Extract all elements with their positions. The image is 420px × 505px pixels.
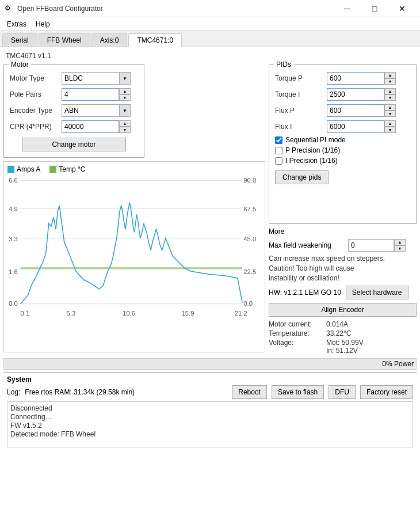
- pids-group: PIDs Torque P ▲ ▼ Torque I: [269, 64, 417, 224]
- log-line-4: Detected mode: FFB Wheel: [10, 430, 410, 438]
- hw-row: HW: v1.2.1 LEM GO 10 Select hardware: [269, 286, 417, 299]
- motor-type-select-wrapper: BLDC DC Stepper ▼: [62, 72, 131, 85]
- menu-extras[interactable]: Extras: [2, 19, 31, 29]
- motor-current-value: 0.014A: [326, 320, 348, 328]
- tab-bar: Serial FFB Wheel Axis:0 TMC4671:0: [0, 31, 420, 47]
- flux-p-input[interactable]: [327, 104, 384, 117]
- log-line-1: Disconnected: [10, 404, 410, 412]
- left-panel: Motor Motor Type BLDC DC Stepper ▼ Pole …: [3, 64, 265, 356]
- torque-i-up-button[interactable]: ▲: [384, 88, 396, 94]
- flux-i-up-button[interactable]: ▲: [384, 120, 396, 127]
- pole-pairs-row: Pole Pairs ▲ ▼: [10, 88, 138, 101]
- motor-type-select[interactable]: BLDC DC Stepper: [62, 72, 131, 85]
- torque-i-down-button[interactable]: ▼: [384, 94, 396, 101]
- max-field-down-button[interactable]: ▼: [394, 245, 406, 252]
- max-field-up-button[interactable]: ▲: [394, 239, 406, 245]
- change-pids-button[interactable]: Change pids: [275, 170, 329, 184]
- more-title: More: [269, 227, 417, 236]
- max-field-row: Max field weakening ▲ ▼: [269, 239, 417, 252]
- select-hardware-button[interactable]: Select hardware: [346, 286, 408, 299]
- tab-ffbwheel[interactable]: FFB Wheel: [39, 33, 90, 47]
- cpr-label: CPR (4*PPR): [10, 123, 62, 131]
- minimize-button[interactable]: ─: [334, 0, 360, 17]
- sequential-pi-checkbox[interactable]: [275, 136, 282, 144]
- amps-legend-icon: [7, 166, 14, 173]
- title-bar: ⚙ Open FFBoard Configurator ─ □ ✕: [0, 0, 420, 17]
- flux-i-down-button[interactable]: ▼: [384, 127, 396, 133]
- pole-pairs-down-button[interactable]: ▼: [119, 94, 131, 101]
- flux-i-label: Flux I: [275, 123, 327, 131]
- flux-p-label: Flux P: [275, 107, 327, 115]
- encoder-type-select[interactable]: ABN HALL SPI: [62, 104, 131, 117]
- i-precision-checkbox[interactable]: [275, 157, 282, 165]
- pids-group-title: PIDs: [274, 60, 293, 69]
- info-text-2: Caution! Too high will cause: [269, 264, 417, 272]
- motor-group: Motor Motor Type BLDC DC Stepper ▼ Pole …: [3, 64, 144, 158]
- voltage-row: Voltage: Mot: 50.99V In: 51.12V: [269, 339, 417, 355]
- cpr-row: CPR (4*PPR) ▲ ▼: [10, 120, 138, 133]
- flux-i-spinner-buttons: ▲ ▼: [384, 120, 396, 133]
- main-content: TMC4671 v1.1 Motor Motor Type BLDC DC St…: [0, 47, 420, 505]
- svg-text:4.9: 4.9: [9, 206, 18, 212]
- torque-p-down-button[interactable]: ▼: [384, 78, 396, 85]
- align-encoder-button[interactable]: Align Encoder: [269, 303, 417, 317]
- motor-current-row: Motor current: 0.014A: [269, 320, 417, 328]
- svg-text:6.6: 6.6: [9, 177, 18, 184]
- temp-legend-icon: [49, 166, 56, 173]
- stats-section: Motor current: 0.014A Temperature: 33.22…: [269, 320, 417, 355]
- i-precision-label: I Precision (1/16): [285, 157, 338, 165]
- info-text-3: instability or oscillation!: [269, 274, 417, 282]
- system-title: System: [7, 375, 413, 384]
- svg-text:22.5: 22.5: [243, 268, 256, 275]
- svg-text:15.9: 15.9: [182, 310, 194, 317]
- flux-i-row: Flux I ▲ ▼: [275, 120, 410, 133]
- p-precision-label: P Precision (1/16): [285, 146, 340, 154]
- cpr-input[interactable]: [62, 120, 119, 133]
- flux-p-up-button[interactable]: ▲: [384, 104, 396, 111]
- svg-text:10.6: 10.6: [123, 310, 135, 317]
- p-precision-checkbox[interactable]: [275, 147, 282, 154]
- hw-label: HW: v1.2.1 LEM GO 10: [269, 288, 341, 297]
- p-precision-row: P Precision (1/16): [275, 146, 410, 154]
- pole-pairs-up-button[interactable]: ▲: [119, 88, 131, 94]
- motor-current-label: Motor current:: [269, 320, 326, 328]
- window-controls: ─ □ ✕: [334, 0, 415, 17]
- dfu-button[interactable]: DFU: [329, 385, 356, 399]
- flux-i-input[interactable]: [327, 120, 384, 133]
- torque-i-input[interactable]: [327, 88, 384, 101]
- voltage-values: Mot: 50.99V In: 51.12V: [326, 339, 364, 355]
- torque-p-spinner-buttons: ▲ ▼: [384, 72, 396, 85]
- app-icon: ⚙: [5, 4, 14, 13]
- menu-help[interactable]: Help: [31, 19, 55, 29]
- change-motor-button[interactable]: Change motor: [22, 138, 126, 151]
- max-field-input[interactable]: [348, 239, 394, 252]
- maximize-button[interactable]: □: [361, 0, 388, 17]
- info-text-1: Can increase max speed on steppers.: [269, 255, 417, 263]
- reboot-button[interactable]: Reboot: [232, 385, 267, 399]
- factory-reset-button[interactable]: Factory reset: [360, 385, 413, 399]
- tab-tmc4671[interactable]: TMC4671:0: [128, 33, 182, 47]
- torque-p-input[interactable]: [327, 72, 384, 85]
- chart-legend: Amps A Temp °C: [7, 165, 261, 173]
- flux-p-row: Flux P ▲ ▼: [275, 104, 410, 117]
- svg-text:3.3: 3.3: [9, 236, 18, 242]
- tab-axis0[interactable]: Axis:0: [91, 33, 128, 47]
- flux-p-spinner: ▲ ▼: [327, 104, 396, 117]
- close-button[interactable]: ✕: [389, 0, 415, 17]
- legend-temp: Temp °C: [49, 165, 85, 173]
- tab-serial[interactable]: Serial: [2, 33, 37, 47]
- cpr-down-button[interactable]: ▼: [119, 127, 131, 133]
- log-line-3: FW v1.5.2: [10, 422, 410, 430]
- legend-amps: Amps A: [7, 165, 40, 173]
- cpr-up-button[interactable]: ▲: [119, 120, 131, 127]
- pole-pairs-input[interactable]: [62, 88, 119, 101]
- pole-pairs-spinner-buttons: ▲ ▼: [119, 88, 131, 101]
- torque-i-label: Torque I: [275, 90, 327, 98]
- window-title: Open FFBoard Configurator: [17, 5, 334, 13]
- more-section: More Max field weakening ▲ ▼ Can increas…: [269, 227, 417, 356]
- max-field-spinner: ▲ ▼: [348, 239, 406, 252]
- torque-p-up-button[interactable]: ▲: [384, 72, 396, 78]
- cpr-spinner-buttons: ▲ ▼: [119, 120, 131, 133]
- save-to-flash-button[interactable]: Save to flash: [272, 385, 324, 399]
- flux-p-down-button[interactable]: ▼: [384, 111, 396, 117]
